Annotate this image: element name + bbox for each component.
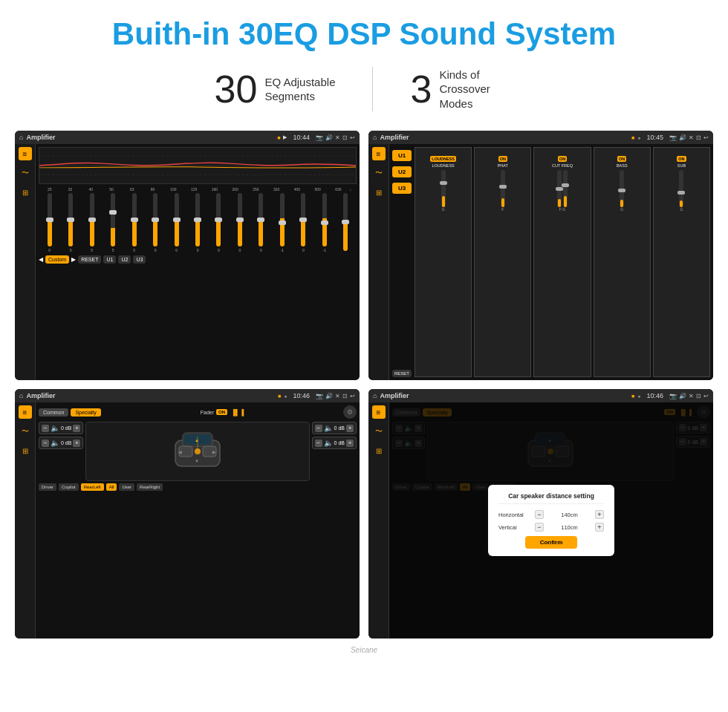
confirm-button[interactable]: Confirm [525,536,578,549]
reset-btn[interactable]: RESET [78,255,101,264]
camera2-icon: 📷 [669,134,677,141]
copilot-btn[interactable]: Copilot [59,483,79,491]
expand-icon[interactable]: ⊞ [19,186,32,199]
u2-filter-btn[interactable]: U2 [392,166,412,177]
user-btn[interactable]: User [119,483,134,491]
screen1-statusbar: ⌂ Amplifier ■ ▶ 10:44 📷 🔊 ✕ ⊡ ↩ [15,131,360,144]
br-minus-btn[interactable]: − [315,440,322,447]
screen3-inner: ≡ 〜 ⊞ Common Specialty Fader ON ▐▌▐ ⚙ [15,402,360,638]
rearleft-btn[interactable]: RearLeft [81,483,104,491]
horizontal-minus-btn[interactable]: − [535,510,544,519]
screen3-speaker: ⌂ Amplifier ■ ● 10:46 📷 🔊 ✕ ⊡ ↩ ≡ 〜 ⊞ [15,389,360,638]
settings-wheel[interactable]: ⚙ [343,405,357,419]
car-diagram: ▲ ▼ ◀ ▶ [85,422,309,481]
prev-arrow[interactable]: ◀ [39,256,43,263]
close-icon: ✕ [335,134,340,141]
tl-plus-btn[interactable]: + [73,425,80,432]
br-db-value: 0 dB [334,440,345,445]
screen4-content: Common Specialty ON ▐▌▐ ⚙ − 🔈 [389,402,713,638]
wave2-icon[interactable]: 〜 [372,166,386,180]
u2-btn[interactable]: U2 [118,255,131,264]
sub-on-badge: ON [677,156,686,162]
volume4-icon: 🔊 [679,393,686,399]
svg-text:▲: ▲ [195,438,199,442]
eq-slider-10[interactable]: 0 [252,193,270,252]
eq-slider-9[interactable]: 0 [230,193,249,252]
eq-slider-0[interactable]: 0 [40,193,59,252]
screen1-eq: ⌂ Amplifier ■ ▶ 10:44 📷 🔊 ✕ ⊡ ↩ ≡ 〜 ⊞ [15,131,360,380]
u3-filter-btn[interactable]: U3 [392,183,412,194]
tl-minus-btn[interactable]: − [42,425,49,432]
custom-btn[interactable]: Custom [45,255,69,264]
dialog-title: Car speaker distance setting [498,492,604,504]
back-icon: ↩ [350,134,355,141]
screen2-app-title: Amplifier [380,134,628,141]
screen1-sidebar: ≡ 〜 ⊞ [15,144,36,380]
tr-minus-btn[interactable]: − [315,425,322,432]
window3-icon: ⊡ [342,393,348,399]
expand2-icon[interactable]: ⊞ [372,186,386,199]
left-speaker-controls: − 🔈 0 dB + − 🔈 0 dB + [39,422,83,481]
u-buttons-column: U1 U2 U3 RESET [392,147,412,377]
common-tab[interactable]: Common [39,408,68,417]
speaker-bl-icon: 🔈 [51,439,59,447]
vertical-minus-btn[interactable]: − [535,523,544,532]
rearright-btn[interactable]: RearRight [137,483,163,491]
wave-icon[interactable]: 〜 [19,166,32,180]
eq-slider-8[interactable]: 0 [209,193,228,252]
u3-btn[interactable]: U3 [133,255,146,264]
eq-slider-6[interactable]: 0 [167,193,186,252]
eq-slider-7[interactable]: 0 [188,193,207,252]
eq-slider-12[interactable]: 0 [294,193,313,252]
eq2-icon[interactable]: ≡ [372,147,386,160]
eq-slider-11[interactable]: -1 [273,193,291,252]
br-plus-btn[interactable]: + [346,440,354,447]
tr-db-value: 0 dB [334,425,345,431]
wave3-icon[interactable]: 〜 [19,425,32,438]
eq4-icon[interactable]: ≡ [372,405,386,419]
expand3-icon[interactable]: ⊞ [19,444,32,457]
screen3-status-icons: 📷 🔊 ✕ ⊡ ↩ [316,393,355,399]
eq-slider-13[interactable]: -1 [315,193,334,252]
screen3-header: Common Specialty Fader ON ▐▌▐ ⚙ [39,405,357,419]
eq-slider-1[interactable]: 0 [61,193,79,252]
specialty-tab[interactable]: Specialty [71,408,100,417]
stat-crossover: 3 Kinds ofCrossover Modes [373,68,550,111]
driver-btn[interactable]: Driver [39,483,56,491]
reset2-btn[interactable]: RESET [392,370,412,377]
close2-icon: ✕ [689,134,694,141]
wave4-icon[interactable]: 〜 [372,425,386,438]
vertical-plus-btn[interactable]: + [595,523,604,532]
screen1-inner: ≡ 〜 ⊞ [15,144,360,380]
next-arrow[interactable]: ▶ [71,256,76,263]
fader-on-badge: ON [216,409,227,415]
close4-icon: ✕ [689,393,694,399]
fader-label: Fader [201,410,214,415]
screen2-sidebar: ≡ 〜 ⊞ [368,144,389,380]
bl-plus-btn[interactable]: + [73,440,80,447]
all-btn[interactable]: All [106,483,117,491]
screen4-dialog: ⌂ Amplifier ■ ● 10:46 📷 🔊 ✕ ⊡ ↩ ≡ 〜 ⊞ [368,389,713,638]
distance-dialog-overlay: Car speaker distance setting Horizontal … [389,402,713,638]
horizontal-value: 140cm [547,512,592,518]
tl-db-value: 0 dB [61,425,71,431]
eq-slider-5[interactable]: 0 [146,193,164,252]
u1-filter-btn[interactable]: U1 [392,150,412,161]
speaker-br-icon: 🔈 [324,439,333,447]
eq-slider-3[interactable]: 5 [103,193,122,252]
eq3-icon[interactable]: ≡ [19,405,32,419]
eq-icon[interactable]: ≡ [19,147,32,160]
tr-plus-btn[interactable]: + [346,425,354,432]
bl-minus-btn[interactable]: − [42,440,49,447]
u1-btn[interactable]: U1 [103,255,116,264]
eq-slider-4[interactable]: 0 [125,193,143,252]
eq-slider-2[interactable]: 0 [82,193,101,252]
expand4-icon[interactable]: ⊞ [372,444,386,457]
stat-crossover-number: 3 [410,70,432,108]
horizontal-plus-btn[interactable]: + [595,510,604,519]
eq-slider-14[interactable] [337,193,355,252]
eq-curve-svg [39,148,356,183]
stat-crossover-label: Kinds ofCrossover Modes [439,68,513,111]
screen4-app-title: Amplifier [380,392,628,399]
close3-icon: ✕ [335,393,340,399]
